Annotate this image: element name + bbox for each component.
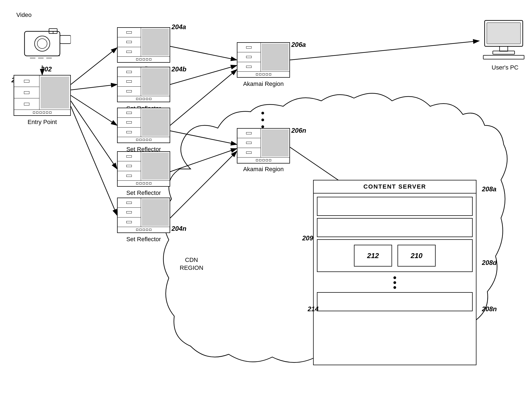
dots-separator bbox=[314, 274, 476, 291]
set-reflector-3 bbox=[117, 108, 170, 143]
svg-point-16 bbox=[261, 119, 264, 121]
svg-line-3 bbox=[71, 101, 117, 169]
akamai-region-1 bbox=[237, 42, 290, 78]
server-row-1 bbox=[317, 197, 473, 216]
content-server-container: CONTENT SERVER 212 210 bbox=[313, 180, 476, 365]
svg-point-20 bbox=[37, 39, 47, 49]
entry-point-device bbox=[14, 75, 71, 116]
set-reflector-2 bbox=[117, 67, 170, 102]
svg-rect-18 bbox=[25, 31, 60, 56]
ref-206n: 206n bbox=[291, 127, 306, 134]
ref-208d: 208d bbox=[482, 259, 497, 267]
ref-204b: 204b bbox=[172, 65, 186, 73]
ref-204a: 204a bbox=[172, 23, 186, 31]
svg-rect-30 bbox=[500, 46, 508, 51]
content-server-header: CONTENT SERVER bbox=[314, 180, 476, 194]
svg-line-8 bbox=[170, 131, 237, 144]
server-row-3: 212 210 bbox=[317, 239, 473, 272]
svg-point-15 bbox=[261, 112, 264, 114]
sr5-label: Set Reflector bbox=[117, 236, 170, 243]
ref-202: 202 bbox=[41, 65, 52, 73]
box-212: 212 bbox=[354, 245, 392, 267]
ref-204n: 204n bbox=[172, 225, 186, 232]
svg-line-4 bbox=[71, 106, 117, 215]
svg-rect-23 bbox=[60, 35, 71, 44]
users-pc-label: User's PC bbox=[479, 64, 531, 71]
server-row-n bbox=[317, 292, 473, 311]
ref-206a: 206a bbox=[291, 41, 306, 49]
ar2-label: Akamai Region bbox=[237, 166, 290, 173]
users-pc-icon bbox=[479, 18, 531, 61]
entry-point-label: Entry Point bbox=[14, 119, 71, 126]
svg-line-2 bbox=[71, 95, 117, 125]
svg-line-0 bbox=[71, 48, 117, 84]
cdn-region-label: CDNREGION bbox=[180, 256, 203, 272]
svg-point-17 bbox=[261, 125, 264, 128]
svg-line-7 bbox=[170, 69, 237, 125]
svg-rect-32 bbox=[483, 55, 524, 59]
svg-line-9 bbox=[170, 149, 237, 172]
ref-208a: 208a bbox=[482, 185, 496, 193]
svg-line-11 bbox=[290, 41, 479, 60]
server-row-2 bbox=[317, 218, 473, 237]
diagram: Video 200 202 bbox=[0, 0, 532, 393]
set-reflector-5 bbox=[117, 198, 170, 233]
svg-point-19 bbox=[35, 36, 50, 51]
ar1-label: Akamai Region bbox=[237, 80, 290, 87]
box-210: 210 bbox=[398, 245, 436, 267]
svg-rect-29 bbox=[487, 23, 521, 44]
ref-214: 214 bbox=[308, 305, 319, 313]
akamai-region-2 bbox=[237, 128, 290, 164]
svg-line-5 bbox=[170, 46, 237, 60]
set-reflector-1 bbox=[117, 27, 170, 63]
svg-line-10 bbox=[170, 151, 237, 218]
camera-icon bbox=[11, 18, 71, 64]
ref-209: 209 bbox=[302, 234, 313, 242]
sr4-label: Set Reflector bbox=[117, 189, 170, 196]
ref-208n: 208n bbox=[482, 305, 497, 313]
svg-line-1 bbox=[71, 84, 117, 90]
set-reflector-4 bbox=[117, 151, 170, 187]
